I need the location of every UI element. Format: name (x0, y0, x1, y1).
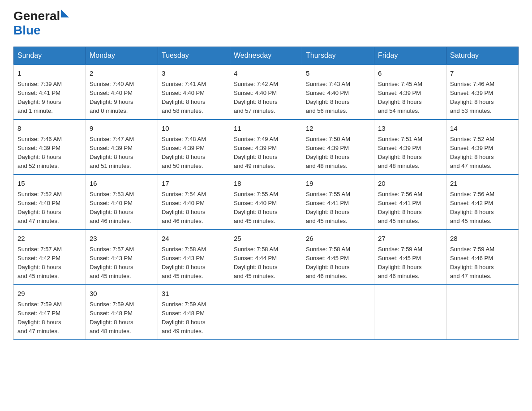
day-number: 5 (306, 68, 370, 79)
day-info: Sunrise: 7:49 AMSunset: 4:39 PMDaylight:… (234, 135, 298, 171)
day-number: 26 (306, 234, 370, 244)
day-number: 6 (378, 68, 442, 79)
day-number: 24 (162, 234, 226, 244)
day-number: 30 (90, 289, 154, 299)
day-info: Sunrise: 7:54 AMSunset: 4:40 PMDaylight:… (162, 190, 226, 226)
calendar-week-row: 29 Sunrise: 7:59 AMSunset: 4:47 PMDaylig… (14, 285, 519, 340)
calendar-cell: 29 Sunrise: 7:59 AMSunset: 4:47 PMDaylig… (14, 285, 86, 340)
day-number: 29 (17, 289, 82, 299)
day-number: 9 (90, 124, 154, 134)
calendar-cell: 24 Sunrise: 7:58 AMSunset: 4:43 PMDaylig… (158, 230, 230, 285)
calendar-cell: 18 Sunrise: 7:55 AMSunset: 4:40 PMDaylig… (230, 175, 302, 230)
calendar-week-row: 15 Sunrise: 7:52 AMSunset: 4:40 PMDaylig… (14, 175, 519, 230)
day-info: Sunrise: 7:48 AMSunset: 4:39 PMDaylight:… (162, 135, 226, 171)
calendar-cell: 22 Sunrise: 7:57 AMSunset: 4:42 PMDaylig… (14, 230, 86, 285)
weekday-header-row: SundayMondayTuesdayWednesdayThursdayFrid… (14, 47, 519, 65)
calendar-cell: 19 Sunrise: 7:55 AMSunset: 4:41 PMDaylig… (302, 175, 374, 230)
day-number: 16 (90, 179, 154, 189)
logo-general-label: General (13, 9, 60, 23)
day-info: Sunrise: 7:43 AMSunset: 4:40 PMDaylight:… (306, 80, 370, 116)
calendar-cell: 27 Sunrise: 7:59 AMSunset: 4:45 PMDaylig… (374, 230, 446, 285)
day-number: 23 (90, 234, 154, 244)
calendar-cell: 3 Sunrise: 7:41 AMSunset: 4:40 PMDayligh… (158, 64, 230, 120)
day-info: Sunrise: 7:40 AMSunset: 4:40 PMDaylight:… (90, 80, 154, 116)
calendar-cell: 11 Sunrise: 7:49 AMSunset: 4:39 PMDaylig… (230, 120, 302, 175)
calendar-table: SundayMondayTuesdayWednesdayThursdayFrid… (13, 47, 519, 340)
calendar-cell: 17 Sunrise: 7:54 AMSunset: 4:40 PMDaylig… (158, 175, 230, 230)
day-info: Sunrise: 7:53 AMSunset: 4:40 PMDaylight:… (90, 190, 154, 226)
day-info: Sunrise: 7:59 AMSunset: 4:46 PMDaylight:… (450, 245, 515, 281)
calendar-week-row: 22 Sunrise: 7:57 AMSunset: 4:42 PMDaylig… (14, 230, 519, 285)
day-number: 28 (450, 234, 515, 244)
calendar-cell: 31 Sunrise: 7:59 AMSunset: 4:48 PMDaylig… (158, 285, 230, 340)
day-info: Sunrise: 7:52 AMSunset: 4:39 PMDaylight:… (450, 135, 515, 171)
calendar-cell (302, 285, 374, 340)
day-info: Sunrise: 7:50 AMSunset: 4:39 PMDaylight:… (306, 135, 370, 171)
calendar-week-row: 1 Sunrise: 7:39 AMSunset: 4:41 PMDayligh… (14, 64, 519, 120)
calendar-cell: 25 Sunrise: 7:58 AMSunset: 4:44 PMDaylig… (230, 230, 302, 285)
day-info: Sunrise: 7:58 AMSunset: 4:45 PMDaylight:… (306, 245, 370, 281)
day-number: 3 (162, 68, 226, 79)
weekday-header-saturday: Saturday (446, 47, 519, 65)
day-number: 19 (306, 179, 370, 189)
day-number: 20 (378, 179, 442, 189)
day-info: Sunrise: 7:51 AMSunset: 4:39 PMDaylight:… (378, 135, 442, 171)
logo-blue-label: Blue (13, 23, 69, 38)
day-number: 15 (17, 179, 82, 189)
calendar-cell: 23 Sunrise: 7:57 AMSunset: 4:43 PMDaylig… (86, 230, 158, 285)
day-info: Sunrise: 7:59 AMSunset: 4:45 PMDaylight:… (378, 245, 442, 281)
day-info: Sunrise: 7:59 AMSunset: 4:48 PMDaylight:… (162, 300, 226, 336)
day-number: 18 (234, 179, 298, 189)
calendar-cell: 16 Sunrise: 7:53 AMSunset: 4:40 PMDaylig… (86, 175, 158, 230)
day-number: 1 (17, 68, 82, 79)
day-info: Sunrise: 7:57 AMSunset: 4:43 PMDaylight:… (90, 245, 154, 281)
logo-general-text: General (13, 9, 69, 23)
day-number: 13 (378, 124, 442, 134)
day-info: Sunrise: 7:58 AMSunset: 4:44 PMDaylight:… (234, 245, 298, 281)
calendar-cell: 26 Sunrise: 7:58 AMSunset: 4:45 PMDaylig… (302, 230, 374, 285)
calendar-cell: 15 Sunrise: 7:52 AMSunset: 4:40 PMDaylig… (14, 175, 86, 230)
calendar-week-row: 8 Sunrise: 7:46 AMSunset: 4:39 PMDayligh… (14, 120, 519, 175)
day-number: 31 (162, 289, 226, 299)
day-number: 4 (234, 68, 298, 79)
calendar-cell: 5 Sunrise: 7:43 AMSunset: 4:40 PMDayligh… (302, 64, 374, 120)
page-header: General Blue (13, 9, 519, 38)
day-number: 11 (234, 124, 298, 134)
weekday-header-friday: Friday (374, 47, 446, 65)
calendar-cell (446, 285, 519, 340)
day-info: Sunrise: 7:52 AMSunset: 4:40 PMDaylight:… (17, 190, 82, 226)
calendar-cell: 7 Sunrise: 7:46 AMSunset: 4:39 PMDayligh… (446, 64, 519, 120)
day-info: Sunrise: 7:59 AMSunset: 4:48 PMDaylight:… (90, 300, 154, 336)
day-number: 10 (162, 124, 226, 134)
weekday-header-sunday: Sunday (14, 47, 86, 65)
logo-triangle-icon (61, 9, 69, 17)
day-info: Sunrise: 7:55 AMSunset: 4:41 PMDaylight:… (306, 190, 370, 226)
calendar-cell: 9 Sunrise: 7:47 AMSunset: 4:39 PMDayligh… (86, 120, 158, 175)
day-number: 21 (450, 179, 515, 189)
calendar-cell (230, 285, 302, 340)
calendar-cell: 13 Sunrise: 7:51 AMSunset: 4:39 PMDaylig… (374, 120, 446, 175)
weekday-header-wednesday: Wednesday (230, 47, 302, 65)
calendar-cell: 14 Sunrise: 7:52 AMSunset: 4:39 PMDaylig… (446, 120, 519, 175)
day-info: Sunrise: 7:57 AMSunset: 4:42 PMDaylight:… (17, 245, 82, 281)
calendar-cell: 28 Sunrise: 7:59 AMSunset: 4:46 PMDaylig… (446, 230, 519, 285)
calendar-cell: 8 Sunrise: 7:46 AMSunset: 4:39 PMDayligh… (14, 120, 86, 175)
day-number: 7 (450, 68, 515, 79)
day-info: Sunrise: 7:56 AMSunset: 4:41 PMDaylight:… (378, 190, 442, 226)
day-info: Sunrise: 7:55 AMSunset: 4:40 PMDaylight:… (234, 190, 298, 226)
day-info: Sunrise: 7:47 AMSunset: 4:39 PMDaylight:… (90, 135, 154, 171)
calendar-cell: 10 Sunrise: 7:48 AMSunset: 4:39 PMDaylig… (158, 120, 230, 175)
day-number: 8 (17, 124, 82, 134)
calendar-cell: 12 Sunrise: 7:50 AMSunset: 4:39 PMDaylig… (302, 120, 374, 175)
weekday-header-thursday: Thursday (302, 47, 374, 65)
calendar-cell: 1 Sunrise: 7:39 AMSunset: 4:41 PMDayligh… (14, 64, 86, 120)
calendar-cell (374, 285, 446, 340)
weekday-header-monday: Monday (86, 47, 158, 65)
day-info: Sunrise: 7:46 AMSunset: 4:39 PMDaylight:… (17, 135, 82, 171)
day-number: 17 (162, 179, 226, 189)
day-number: 12 (306, 124, 370, 134)
day-info: Sunrise: 7:56 AMSunset: 4:42 PMDaylight:… (450, 190, 515, 226)
day-number: 25 (234, 234, 298, 244)
calendar-cell: 30 Sunrise: 7:59 AMSunset: 4:48 PMDaylig… (86, 285, 158, 340)
calendar-cell: 21 Sunrise: 7:56 AMSunset: 4:42 PMDaylig… (446, 175, 519, 230)
